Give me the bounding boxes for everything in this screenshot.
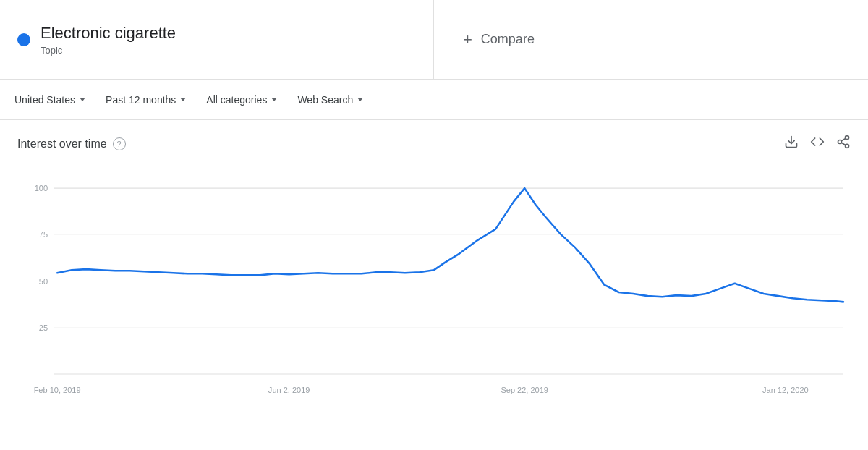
topic-dot (17, 33, 30, 46)
svg-text:100: 100 (35, 184, 48, 192)
topic-section: Electronic cigarette Topic (0, 0, 434, 79)
search-type-chevron-icon (357, 98, 363, 101)
svg-text:Sep 22, 2019: Sep 22, 2019 (501, 386, 548, 394)
svg-line-5 (841, 138, 846, 140)
embed-icon[interactable] (810, 135, 825, 153)
categories-chevron-icon (271, 98, 277, 101)
period-chevron-icon (180, 98, 186, 101)
svg-line-4 (841, 143, 846, 145)
chart-title: Interest over time (17, 137, 107, 150)
topic-subtitle: Topic (41, 45, 176, 56)
topic-title: Electronic cigarette (41, 24, 176, 43)
period-label: Past 12 months (106, 94, 176, 106)
svg-text:Jan 12, 2020: Jan 12, 2020 (762, 386, 809, 394)
svg-text:Feb 10, 2019: Feb 10, 2019 (34, 386, 81, 394)
svg-text:50: 50 (39, 277, 48, 286)
help-icon[interactable]: ? (113, 137, 126, 150)
chart-panel: Interest over time ? (0, 120, 868, 433)
interest-over-time-chart: 100 75 50 25 Feb 10, 2019 Jun 2, 2019 Se… (17, 158, 851, 426)
period-filter[interactable]: Past 12 months (97, 88, 195, 111)
filters-bar: United States Past 12 months All categor… (0, 80, 868, 120)
chart-title-row: Interest over time ? (17, 137, 126, 150)
compare-section[interactable]: + Compare (434, 0, 868, 79)
svg-text:Jun 2, 2019: Jun 2, 2019 (268, 386, 310, 394)
region-label: United States (14, 94, 75, 106)
download-icon[interactable] (784, 135, 799, 153)
compare-plus-icon: + (463, 30, 472, 49)
search-type-filter[interactable]: Web Search (289, 88, 372, 111)
chart-actions (784, 135, 851, 153)
share-icon[interactable] (836, 135, 851, 153)
compare-label: Compare (481, 32, 535, 47)
categories-label: All categories (206, 94, 267, 106)
chart-header: Interest over time ? (17, 135, 851, 153)
svg-text:75: 75 (39, 230, 48, 239)
region-filter[interactable]: United States (6, 88, 94, 111)
topic-text: Electronic cigarette Topic (41, 24, 176, 56)
chart-area: 100 75 50 25 Feb 10, 2019 Jun 2, 2019 Se… (17, 158, 851, 426)
header-bar: Electronic cigarette Topic + Compare (0, 0, 868, 80)
search-type-label: Web Search (297, 94, 353, 106)
svg-text:25: 25 (39, 323, 48, 332)
categories-filter[interactable]: All categories (197, 88, 286, 111)
region-chevron-icon (80, 98, 85, 101)
